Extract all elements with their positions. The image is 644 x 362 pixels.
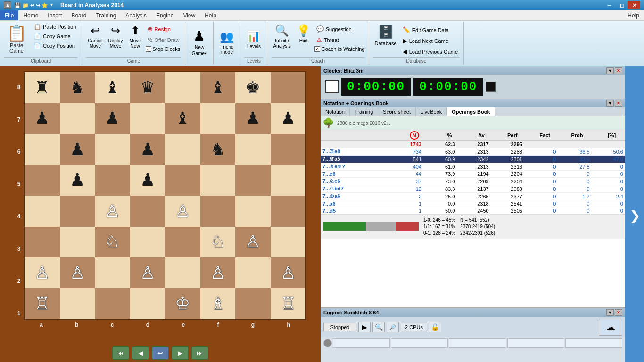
board-cell-5-6[interactable]: ♙ — [235, 227, 271, 258]
menu-analysis[interactable]: Analysis — [121, 10, 151, 20]
board-cell-1-3[interactable] — [130, 103, 165, 134]
board-cell-6-2[interactable] — [95, 257, 130, 288]
menu-training[interactable]: Training — [91, 10, 121, 20]
move-link-1[interactable]: 7...♕a5 — [322, 156, 340, 162]
col-header-pctbig[interactable]: [%] — [584, 132, 616, 138]
close-button[interactable]: ✕ — [628, 1, 640, 9]
tab-notation[interactable]: Notation — [321, 107, 350, 116]
col-header-pct[interactable]: % — [420, 132, 452, 138]
board-cell-4-7[interactable] — [271, 196, 306, 227]
menu-help[interactable]: Help — [200, 10, 221, 20]
paste-game-button[interactable]: 📋 Paste Game — [4, 23, 29, 55]
move-row-4[interactable]: 7...♘c6 37 73.0 2209 2204 0 0 0 — [321, 178, 625, 185]
board-cell-1-6[interactable]: ♟ — [235, 103, 271, 134]
board-cell-2-2[interactable] — [95, 134, 130, 165]
engine-zoom-out-button[interactable]: 🔎 — [387, 322, 399, 332]
board-cell-3-6[interactable] — [235, 165, 271, 196]
board-cell-2-0[interactable] — [25, 134, 60, 165]
notation-close-button[interactable]: ✕ — [615, 100, 622, 107]
board-cell-5-4[interactable] — [165, 227, 200, 258]
board-cell-7-6[interactable] — [235, 288, 271, 320]
col-header-fact[interactable]: Fact — [518, 132, 550, 138]
board-cell-3-3[interactable]: ♟ — [130, 165, 165, 196]
restore-button[interactable]: ◻ — [616, 1, 628, 9]
notation-collapse-button[interactable]: ▼ — [606, 100, 614, 107]
big-arrow-panel[interactable]: ❯ — [625, 66, 644, 362]
suggestion-button[interactable]: 💬 Suggestion — [314, 25, 365, 33]
clocks-close-button[interactable]: ✕ — [615, 67, 622, 74]
last-move-button[interactable]: ⏭ — [191, 346, 208, 360]
board-cell-6-5[interactable]: ♙ — [200, 257, 236, 288]
board-cell-5-2[interactable]: ♘ — [95, 227, 130, 258]
help-link[interactable]: Help — [623, 10, 644, 20]
next-move-button[interactable]: ▶ — [172, 346, 189, 360]
move-row-8[interactable]: 7...d5 1 50.0 2450 2505 0 0 0 — [321, 207, 625, 214]
board-cell-4-4[interactable]: ♙ — [165, 196, 200, 227]
database-button[interactable]: 🗄️ Database — [373, 23, 399, 48]
move-row-0[interactable]: 7...♖e8 734 63.0 2313 2288 0 36.5 50.6 — [321, 148, 625, 156]
clocks-collapse-button[interactable]: ▼ — [606, 67, 614, 74]
redo-icon[interactable]: ↪ — [36, 2, 40, 8]
board-cell-2-7[interactable] — [271, 134, 306, 165]
board-cell-6-7[interactable]: ♙ — [271, 257, 306, 288]
board-cell-1-4[interactable]: ♝ — [165, 103, 200, 134]
board-cell-0-6[interactable]: ♚ — [235, 72, 271, 103]
board-cell-3-7[interactable] — [271, 165, 306, 196]
board-cell-7-7[interactable]: ♖ — [271, 288, 306, 320]
load-previous-game-button[interactable]: ◀ Load Previous Game — [401, 47, 460, 56]
engine-close-button[interactable]: ✕ — [615, 309, 622, 316]
stop-clocks-button[interactable]: ✓ Stop Clocks — [146, 46, 182, 52]
engine-play-button[interactable]: ▶ — [358, 322, 371, 332]
move-link-3[interactable]: 7...c6 — [322, 171, 336, 177]
board-cell-0-5[interactable]: ♝ — [200, 72, 236, 103]
board-cell-1-1[interactable] — [60, 103, 95, 134]
board-cell-3-1[interactable]: ♟ — [60, 165, 95, 196]
col-header-n[interactable]: N — [387, 131, 419, 140]
prev-move-button[interactable]: ◀ — [132, 346, 149, 360]
board-cell-7-2[interactable] — [95, 288, 130, 320]
threat-button[interactable]: ⚠ Threat — [314, 35, 365, 44]
board-cell-3-5[interactable] — [200, 165, 236, 196]
board-cell-7-1[interactable] — [60, 288, 95, 320]
paste-position-button[interactable]: 📋 Paste Position — [32, 23, 78, 31]
replay-move-button[interactable]: ↪ ReplayMove — [106, 23, 124, 50]
board-cell-4-3[interactable] — [130, 196, 165, 227]
engine-zoom-in-button[interactable]: 🔍 — [372, 322, 385, 332]
board-cell-0-3[interactable]: ♛ — [130, 72, 165, 103]
menu-insert[interactable]: Insert — [43, 10, 66, 20]
stop-clocks-checkbox[interactable]: ✓ — [146, 46, 151, 52]
board-cell-4-2[interactable]: ♙ — [95, 196, 130, 227]
board-cell-1-5[interactable] — [200, 103, 236, 134]
board-cell-0-4[interactable] — [165, 72, 200, 103]
move-row-5[interactable]: 7...♘bd7 12 83.3 2137 2089 0 0 0 — [321, 185, 625, 193]
friend-mode-button[interactable]: 👥 Friendmode — [217, 29, 236, 56]
board-cell-2-5[interactable]: ♞ — [200, 134, 236, 165]
board-cell-7-5[interactable]: ♗ — [200, 288, 236, 320]
board-cell-1-0[interactable]: ♟ — [25, 103, 60, 134]
col-header-av[interactable]: Av — [453, 132, 485, 138]
board-cell-4-6[interactable] — [235, 196, 271, 227]
copy-position-button[interactable]: 📄 Copy Position — [32, 41, 78, 50]
engine-cloud-button[interactable]: ☁ — [599, 319, 622, 336]
move-row-7[interactable]: 7...a6 1 0.0 2318 2541 0 0 0 — [321, 200, 625, 207]
new-game-button[interactable]: ♟ New Game▾ — [190, 27, 209, 58]
col-header-perf[interactable]: Perf — [486, 132, 518, 138]
move-row-6[interactable]: 7...♔a6 2 25.0 2265 2377 0 1.7 2.4 — [321, 193, 625, 200]
move-link-8[interactable]: 7...d5 — [322, 208, 336, 214]
move-link-4[interactable]: 7...♘c6 — [322, 178, 340, 184]
board-cell-3-0[interactable] — [25, 165, 60, 196]
board-cell-5-1[interactable] — [60, 227, 95, 258]
coach-watching-button[interactable]: ✓ Coach Is Watching — [314, 46, 365, 52]
board-cell-4-1[interactable] — [60, 196, 95, 227]
menu-file[interactable]: File — [0, 10, 18, 20]
board-cell-2-3[interactable]: ♟ — [130, 134, 165, 165]
undo-move-button[interactable]: ↩ — [152, 346, 169, 360]
resign-button[interactable]: ⊗ Resign — [146, 25, 182, 33]
board-cell-6-1[interactable]: ♙ — [60, 257, 95, 288]
tab-openings-book[interactable]: Openings Book — [447, 107, 495, 116]
save-icon[interactable]: 💾 — [14, 2, 21, 8]
board-cell-0-0[interactable]: ♜ — [25, 72, 60, 103]
board-cell-2-6[interactable] — [235, 134, 271, 165]
move-row-1[interactable]: 7...♕a5 541 60.9 2342 2301 0 33.9 47.0 — [321, 156, 625, 163]
board-cell-4-0[interactable] — [25, 196, 60, 227]
